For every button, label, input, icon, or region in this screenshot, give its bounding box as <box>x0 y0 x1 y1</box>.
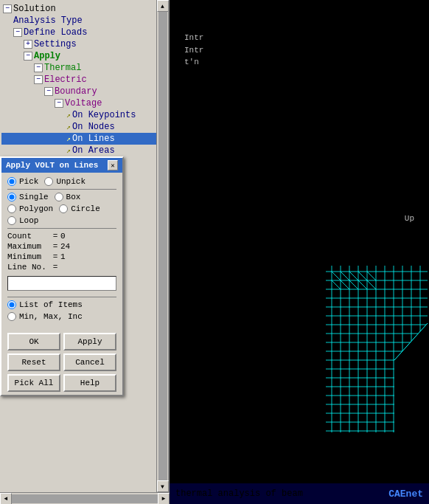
text-intr-1: Intr <box>184 33 203 42</box>
maximum-row: Maximum = 24 <box>7 242 116 251</box>
circle-radio[interactable] <box>59 204 68 213</box>
single-radio-group: Single <box>7 193 49 201</box>
tree-item-on-lines[interactable]: ↗ On Lines <box>1 133 167 145</box>
minimum-label: Minimum <box>7 252 50 261</box>
tree-label-define: Define Loads <box>24 27 87 38</box>
expand-define[interactable]: − <box>13 28 22 37</box>
ok-button[interactable]: OK <box>7 333 60 351</box>
arrow-on-keypoints: ↗ <box>66 111 71 120</box>
arrow-on-nodes: ↗ <box>66 122 71 131</box>
tree-item-boundary[interactable]: − Boundary <box>1 86 167 97</box>
caenet-logo: CAEnet <box>388 489 423 500</box>
expand-thermal[interactable]: − <box>34 63 43 72</box>
pick-radio[interactable] <box>7 177 16 186</box>
maximum-label: Maximum <box>7 242 50 251</box>
arrow-on-lines: ↗ <box>66 134 71 143</box>
dialog-title-text: Apply VOLT on Lines <box>6 161 98 170</box>
dialog-title-bar: Apply VOLT on Lines ✕ <box>1 158 122 173</box>
min-max-radio[interactable] <box>7 312 16 321</box>
scroll-down-button[interactable]: ▼ <box>157 480 169 492</box>
tree-item-apply[interactable]: − Apply <box>1 50 167 62</box>
tree-item-on-areas[interactable]: ↗ On Areas <box>1 145 167 156</box>
apply-button[interactable]: Apply <box>63 333 116 351</box>
help-button[interactable]: Help <box>63 374 116 392</box>
single-radio[interactable] <box>7 193 16 201</box>
scroll-track[interactable] <box>158 12 167 480</box>
expand-voltage[interactable]: − <box>55 99 63 108</box>
list-items-radio[interactable] <box>7 300 16 309</box>
unpick-label: Unpick <box>56 177 86 186</box>
single-box-row: Single Box <box>7 193 116 201</box>
unpick-radio[interactable] <box>44 177 53 186</box>
tree-item-thermal[interactable]: − Thermal <box>1 62 167 74</box>
scroll-left-button[interactable]: ◄ <box>0 493 12 505</box>
expand-settings[interactable]: + <box>24 40 32 49</box>
expand-apply[interactable]: − <box>24 52 32 61</box>
tree-label-thermal: Thermal <box>44 63 81 73</box>
list-items-radio-group: List of Items <box>7 300 116 309</box>
tree-label-boundary: Boundary <box>55 86 97 97</box>
polygon-label: Polygon <box>19 204 53 213</box>
tree-item-settings[interactable]: + Settings <box>1 38 167 50</box>
box-radio[interactable] <box>55 193 63 201</box>
horizontal-scrollbar[interactable]: ◄ ► <box>0 492 170 504</box>
expand-solution[interactable]: − <box>3 4 12 13</box>
tree-label-analysis: Analysis Type <box>13 15 83 26</box>
tree-label-apply: Apply <box>34 51 60 61</box>
count-row: Count = 0 <box>7 232 116 241</box>
dialog-close-button[interactable]: ✕ <box>108 160 118 170</box>
loop-row: Loop <box>7 216 116 225</box>
vertical-scrollbar[interactable]: ▲ ▼ <box>156 0 168 492</box>
tree-label-on-keypoints: On Keypoints <box>72 110 136 120</box>
count-label: Count <box>7 232 50 241</box>
tree-label-on-nodes: On Nodes <box>72 122 115 132</box>
status-bar: thermal analysis of beam CAEnet <box>170 483 429 504</box>
line-no-row: Line No. = <box>7 263 116 272</box>
cancel-button[interactable]: Cancel <box>63 353 116 371</box>
pick-all-button[interactable]: Pick All <box>7 374 60 392</box>
tree-view: − Solution Analysis Type − Define Loads … <box>0 0 168 159</box>
tree-item-analysis-type[interactable]: Analysis Type <box>1 15 167 27</box>
count-value: 0 <box>60 232 116 241</box>
scroll-right-button[interactable]: ► <box>158 493 170 505</box>
dialog-body: Pick Unpick Single Box Polygon <box>1 173 122 330</box>
list-items-label: List of Items <box>19 300 83 309</box>
tree-item-define-loads[interactable]: − Define Loads <box>1 27 167 38</box>
circle-radio-group: Circle <box>59 204 100 213</box>
apply-volt-dialog: Apply VOLT on Lines ✕ Pick Unpick Single <box>0 156 124 396</box>
tree-label-electric: Electric <box>44 75 87 85</box>
maximum-value: 24 <box>60 242 116 251</box>
scroll-up-button[interactable]: ▲ <box>157 0 169 12</box>
expand-electric[interactable]: − <box>34 75 43 84</box>
right-viewport: Intr Intr t'n Up <box>170 0 429 504</box>
text-up: Up <box>405 214 414 223</box>
pick-radio-group: Pick <box>7 177 38 186</box>
tree-item-electric[interactable]: − Electric <box>1 74 167 86</box>
arrow-on-areas: ↗ <box>66 146 71 155</box>
minimum-eq: = <box>50 252 60 261</box>
tree-label-solution: Solution <box>13 4 56 14</box>
minimum-value: 1 <box>60 252 116 261</box>
expand-boundary[interactable]: − <box>44 87 53 96</box>
circle-label: Circle <box>71 204 100 213</box>
tree-label-settings: Settings <box>34 39 77 49</box>
line-no-input[interactable] <box>7 276 116 291</box>
polygon-radio-group: Polygon <box>7 204 53 213</box>
min-max-radio-group: Min, Max, Inc <box>7 312 116 321</box>
pick-label: Pick <box>19 177 38 186</box>
list-options-section: List of Items Min, Max, Inc <box>7 300 116 321</box>
divider-2 <box>7 228 116 229</box>
tree-item-on-nodes[interactable]: ↗ On Nodes <box>1 121 167 133</box>
tree-item-on-keypoints[interactable]: ↗ On Keypoints <box>1 109 167 121</box>
pick-unpick-row: Pick Unpick <box>7 177 116 186</box>
h-scroll-track[interactable] <box>12 494 158 503</box>
reset-button[interactable]: Reset <box>7 353 60 371</box>
polygon-radio[interactable] <box>7 204 16 213</box>
text-intr-2: Intr <box>184 46 203 55</box>
unpick-radio-group: Unpick <box>44 177 86 186</box>
loop-radio[interactable] <box>7 216 16 225</box>
tree-item-voltage[interactable]: − Voltage <box>1 97 167 109</box>
count-eq: = <box>50 232 60 241</box>
line-no-eq: = <box>50 263 60 272</box>
tree-item-solution[interactable]: − Solution <box>1 3 167 15</box>
